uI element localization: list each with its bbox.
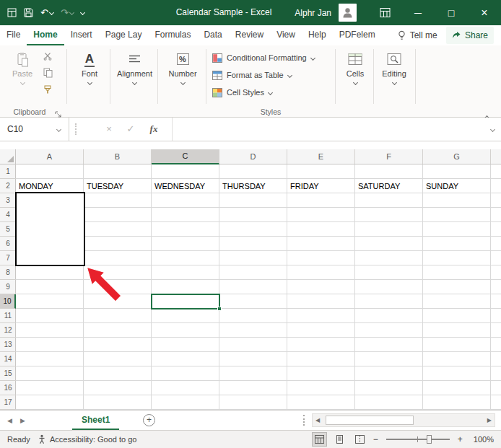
column-header-a[interactable]: A: [16, 149, 84, 164]
row-header-17[interactable]: 17: [0, 395, 16, 410]
format-painter-button[interactable]: [40, 83, 55, 96]
horizontal-scrollbar[interactable]: ◀ ▶: [312, 413, 495, 427]
conditional-formatting-dropdown-icon[interactable]: [310, 55, 315, 60]
zoom-slider-thumb[interactable]: [427, 435, 432, 444]
customize-qat-button[interactable]: [81, 11, 84, 14]
zoom-slider[interactable]: [386, 439, 450, 440]
tab-pdfelement[interactable]: PDFelem: [333, 25, 382, 45]
tab-file[interactable]: File: [0, 25, 27, 45]
tab-help[interactable]: Help: [302, 25, 333, 45]
avatar[interactable]: [339, 4, 357, 22]
cell-e2-friday[interactable]: FRIDAY: [287, 179, 319, 193]
column-header-c[interactable]: C: [152, 149, 219, 164]
fill-handle[interactable]: [217, 307, 222, 311]
column-header-f[interactable]: F: [355, 149, 423, 164]
column-header-e[interactable]: E: [287, 149, 355, 164]
alignment-dropdown-icon[interactable]: [132, 80, 137, 85]
undo-button[interactable]: ↶: [40, 0, 53, 25]
cell-f2-saturday[interactable]: SATURDAY: [355, 179, 400, 193]
tab-home[interactable]: Home: [27, 25, 64, 45]
save-button[interactable]: [24, 8, 33, 17]
normal-view-button[interactable]: [313, 433, 326, 446]
editing-dropdown-icon[interactable]: [391, 80, 396, 85]
zoom-level[interactable]: 100%: [474, 435, 494, 444]
scrollbar-thumb[interactable]: [326, 416, 414, 425]
close-button[interactable]: ×: [468, 0, 501, 25]
row-header-2[interactable]: 2: [0, 179, 16, 193]
account-name[interactable]: Alphr Jan: [295, 8, 331, 18]
sheet-nav-left-icon[interactable]: ◀: [7, 417, 12, 424]
row-header-11[interactable]: 11: [0, 309, 16, 323]
cell-a2-monday[interactable]: MONDAY: [16, 179, 53, 193]
page-layout-view-button[interactable]: [333, 433, 347, 446]
scroll-right-icon[interactable]: ▶: [487, 417, 492, 423]
undo-dropdown-icon[interactable]: [49, 10, 54, 15]
maximize-button[interactable]: □: [435, 0, 468, 25]
tab-data[interactable]: Data: [197, 25, 228, 45]
paste-dropdown-icon[interactable]: [19, 80, 25, 85]
share-button[interactable]: Share: [446, 27, 494, 44]
row-header-15[interactable]: 15: [0, 366, 16, 381]
accessibility-status[interactable]: Accessibility: Good to go: [38, 431, 136, 448]
cut-button[interactable]: [40, 50, 55, 63]
formula-input[interactable]: [172, 118, 484, 141]
row-header-3[interactable]: 3: [0, 193, 16, 208]
row-header-4[interactable]: 4: [0, 208, 16, 222]
minimize-button[interactable]: ─: [401, 0, 435, 25]
row-header-12[interactable]: 12: [0, 323, 16, 338]
font-group-button[interactable]: A Font: [70, 49, 109, 84]
number-dropdown-icon[interactable]: [180, 80, 185, 85]
font-dropdown-icon[interactable]: [87, 80, 92, 85]
row-header-1[interactable]: 1: [0, 164, 16, 179]
tab-formulas[interactable]: Formulas: [148, 25, 197, 45]
column-header-g[interactable]: G: [423, 149, 491, 164]
expand-formula-bar-icon[interactable]: [490, 127, 495, 132]
tab-review[interactable]: Review: [229, 25, 270, 45]
redo-button[interactable]: ↷: [61, 0, 74, 25]
enter-button[interactable]: ✓: [124, 118, 137, 141]
row-header-10[interactable]: 10: [0, 294, 16, 309]
row-header-7[interactable]: 7: [0, 251, 16, 265]
worksheet-cells[interactable]: MONDAY TUESDAY WEDNESDAY THURSDAY FRIDAY…: [16, 164, 501, 410]
sheet-nav-right-icon[interactable]: ▶: [20, 417, 25, 424]
bordered-range-a3-a7[interactable]: [15, 192, 85, 266]
tab-view[interactable]: View: [270, 25, 302, 45]
active-cell-c10[interactable]: [151, 294, 220, 309]
add-sheet-button[interactable]: +: [143, 414, 155, 426]
cell-styles-dropdown-icon[interactable]: [268, 89, 273, 95]
number-group-button[interactable]: % Number: [161, 49, 204, 84]
format-as-table-dropdown-icon[interactable]: [287, 72, 292, 77]
scroll-left-icon[interactable]: ◀: [315, 417, 320, 423]
cell-b2-tuesday[interactable]: TUESDAY: [84, 179, 123, 193]
cell-c2-wednesday[interactable]: WEDNESDAY: [152, 179, 205, 193]
cells-group-button[interactable]: Cells: [339, 49, 372, 84]
format-as-table-button[interactable]: Format as Table: [212, 67, 292, 83]
app-grid-icon[interactable]: [7, 8, 17, 17]
paste-button[interactable]: Paste: [6, 49, 39, 84]
insert-function-button[interactable]: fx: [147, 118, 160, 141]
row-header-6[interactable]: 6: [0, 237, 16, 251]
sheet-tab-sheet1[interactable]: Sheet1: [72, 411, 119, 430]
select-all-button[interactable]: [0, 149, 16, 164]
row-header-13[interactable]: 13: [0, 338, 16, 352]
row-header-5[interactable]: 5: [0, 222, 16, 237]
tab-page-layout[interactable]: Page Lay: [99, 25, 149, 45]
row-header-8[interactable]: 8: [0, 265, 16, 280]
column-header-b[interactable]: B: [84, 149, 152, 164]
zoom-in-button[interactable]: +: [458, 431, 463, 448]
editing-group-button[interactable]: Editing: [376, 49, 412, 84]
redo-dropdown-icon[interactable]: [69, 10, 74, 15]
cells-dropdown-icon[interactable]: [352, 80, 357, 85]
row-header-9[interactable]: 9: [0, 280, 16, 294]
cell-g2-sunday[interactable]: SUNDAY: [423, 179, 458, 193]
zoom-out-button[interactable]: −: [373, 431, 378, 448]
ribbon-display-options-button[interactable]: [368, 0, 401, 25]
copy-button[interactable]: [40, 66, 55, 79]
cell-styles-button[interactable]: Cell Styles: [212, 84, 272, 100]
tell-me-box[interactable]: Tell me: [398, 25, 437, 45]
alignment-group-button[interactable]: Alignment: [113, 49, 157, 84]
conditional-formatting-button[interactable]: Conditional Formatting: [212, 50, 315, 66]
tab-insert[interactable]: Insert: [64, 25, 99, 45]
cancel-button[interactable]: ×: [103, 118, 116, 141]
row-header-14[interactable]: 14: [0, 352, 16, 366]
